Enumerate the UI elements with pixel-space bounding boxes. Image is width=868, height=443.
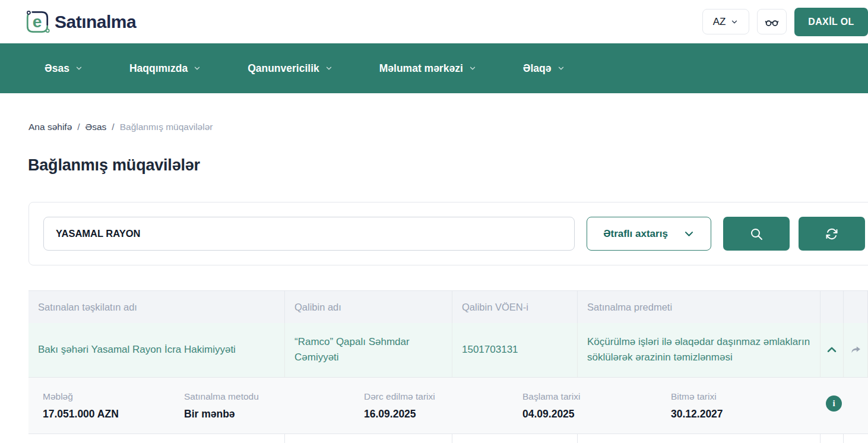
chevron-down-icon [325, 64, 333, 72]
detail-value: Bir mənbə [184, 408, 364, 420]
detail-label: Satınalma metodu [184, 391, 364, 402]
detail-label: Məbləğ [43, 391, 184, 402]
cell-subject[interactable]: Köçürülmə işləri ilə əlaqədar daşınmaz ə… [578, 323, 821, 378]
nav-label: Əsas [45, 62, 69, 75]
breadcrumb-separator: / [77, 122, 80, 132]
column-header-subject: Satınalma predmeti [578, 291, 821, 323]
detail-end-date: Bitmə tarixi 30.12.2027 [671, 391, 796, 420]
cell-winner[interactable]: “Ramco” Qapalı Səhmdar Cəmiyyəti [285, 323, 452, 378]
nav-item-qanunvericilik[interactable]: Qanunvericilik [248, 62, 333, 75]
chevron-down-icon [683, 228, 695, 239]
detail-value: 16.09.2025 [364, 408, 522, 420]
collapse-row-button[interactable] [821, 323, 844, 378]
magnifier-icon [749, 227, 764, 241]
nav-item-elaqe[interactable]: Əlaqə [523, 62, 565, 75]
next-row-partial [578, 434, 821, 443]
main-navigation: Əsas Haqqımızda Qanunvericilik Məlumat m… [0, 43, 868, 93]
nav-item-melumat-merkezi[interactable]: Məlumat mərkəzi [379, 62, 477, 75]
cell-buyer[interactable]: Bakı şəhəri Yasamal Rayon İcra Hakimiyyə… [28, 323, 285, 378]
detail-label: Dərc edilmə tarixi [364, 391, 522, 402]
nav-label: Haqqımızda [129, 62, 188, 75]
breadcrumb-current: Bağlanmış müqavilələr [120, 122, 213, 132]
column-header-actions [844, 291, 868, 323]
top-header: e Satınalma AZ DAXİL OL [0, 0, 868, 43]
next-row-partial [285, 434, 452, 443]
reset-button[interactable] [799, 217, 865, 251]
glasses-icon [764, 14, 780, 30]
chevron-down-icon [193, 64, 201, 72]
breadcrumb: Ana səhifə / Əsas / Bağlanmış müqavilələ… [28, 122, 868, 132]
cell-voen[interactable]: 1501703131 [452, 323, 578, 378]
header-controls: AZ DAXİL OL [702, 8, 868, 36]
accessibility-button[interactable] [757, 9, 787, 34]
search-button[interactable] [723, 217, 790, 251]
page-title: Bağlanmış müqavilələr [28, 156, 868, 175]
column-header-expand [821, 291, 844, 323]
breadcrumb-esas-link[interactable]: Əsas [85, 122, 107, 132]
language-selector[interactable]: AZ [702, 9, 749, 34]
column-header-voen: Qalibin VÖEN-i [452, 291, 578, 323]
detail-label: Başlama tarixi [522, 391, 671, 402]
chevron-down-icon [730, 18, 739, 26]
share-row-button[interactable] [844, 323, 868, 378]
advanced-search-button[interactable]: Ətraflı axtarış [587, 217, 711, 251]
column-header-winner: Qalibin adı [285, 291, 452, 323]
search-panel: Ətraflı axtarış [28, 202, 868, 265]
next-row-partial [452, 434, 578, 443]
next-row-partial [28, 434, 285, 443]
detail-publish-date: Dərc edilmə tarixi 16.09.2025 [364, 391, 522, 420]
detail-amount: Məbləğ 17.051.000 AZN [43, 391, 184, 420]
info-icon[interactable]: i [826, 395, 842, 412]
next-row-partial [821, 434, 844, 443]
detail-value: 30.12.2027 [671, 408, 796, 420]
language-label: AZ [713, 16, 726, 28]
breadcrumb-home-link[interactable]: Ana səhifə [28, 122, 72, 132]
contract-detail-row: Məbləğ 17.051.000 AZN Satınalma metodu B… [28, 378, 868, 434]
chevron-up-icon [825, 343, 838, 356]
breadcrumb-separator: / [112, 122, 114, 132]
nav-label: Məlumat mərkəzi [379, 62, 463, 75]
chevron-down-icon [468, 64, 477, 72]
next-row-partial [844, 434, 868, 443]
svg-text:e: e [33, 11, 42, 30]
share-arrow-icon [850, 344, 862, 356]
nav-item-haqqimizda[interactable]: Haqqımızda [129, 62, 201, 75]
login-button[interactable]: DAXİL OL [794, 8, 868, 36]
refresh-icon [825, 227, 839, 241]
detail-start-date: Başlama tarixi 04.09.2025 [522, 391, 671, 420]
nav-label: Əlaqə [523, 62, 552, 75]
detail-label: Bitmə tarixi [671, 391, 796, 402]
detail-method: Satınalma metodu Bir mənbə [184, 391, 364, 420]
detail-value: 17.051.000 AZN [43, 408, 184, 420]
chevron-down-icon [75, 64, 83, 72]
detail-value: 04.09.2025 [522, 408, 671, 420]
nav-label: Qanunvericilik [248, 62, 319, 75]
logo-e-icon: e [24, 8, 51, 36]
chevron-down-icon [557, 64, 565, 72]
brand-logo[interactable]: e Satınalma [24, 8, 136, 36]
column-header-buyer: Satınalan təşkilatın adı [28, 291, 285, 323]
advanced-search-label: Ətraflı axtarış [603, 228, 668, 240]
contracts-table: Satınalan təşkilatın adı Qalibin adı Qal… [28, 290, 868, 443]
search-input[interactable] [43, 217, 575, 251]
nav-item-esas[interactable]: Əsas [45, 62, 83, 75]
brand-wordmark: Satınalma [55, 12, 136, 32]
